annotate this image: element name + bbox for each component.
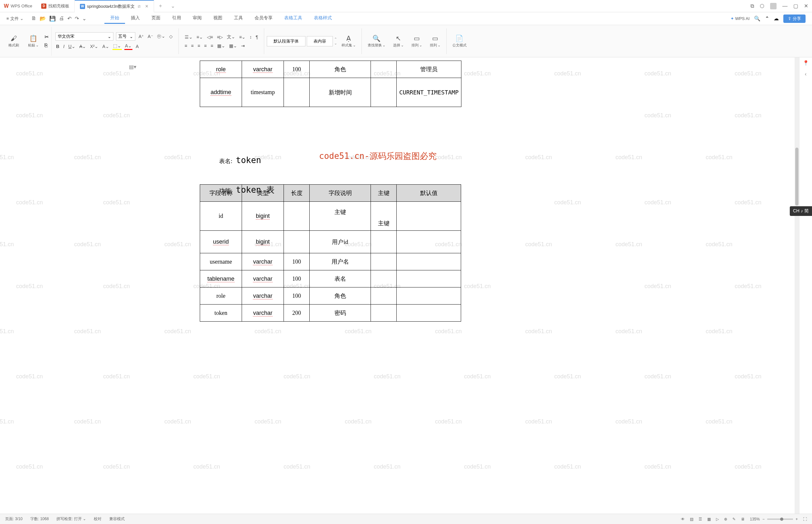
tab-document[interactable]: W springboota4z3n数据库文 ⎚ ✕ — [75, 0, 154, 12]
arrange1-button[interactable]: ▭ 排列⌄ — [408, 34, 425, 48]
bold-icon[interactable]: B — [55, 43, 60, 50]
close-tab-icon[interactable]: ✕ — [145, 4, 149, 9]
share-button[interactable]: ⇪ 分享 — [783, 15, 806, 23]
font-color-icon[interactable]: A⌄ — [101, 43, 110, 50]
clear-format-icon[interactable]: ◇ — [168, 33, 173, 39]
format-painter-button[interactable]: 🖌 格式刷 — [5, 35, 22, 48]
outline-toggle-icon[interactable]: ▤▾ — [129, 64, 136, 70]
table-row[interactable]: role varchar 100 角色 管理员 — [200, 61, 461, 78]
shading-icon[interactable]: ▦⌄ — [217, 43, 226, 49]
style-scroll-up-icon[interactable]: ⌃ — [334, 37, 337, 41]
numbering-icon[interactable]: ≡⌄ — [196, 34, 204, 40]
menu-start[interactable]: 开始 — [104, 13, 125, 24]
status-page[interactable]: 页面: 3/10 — [5, 516, 22, 522]
formula-mode-button[interactable]: 📄 公文模式 — [449, 34, 470, 48]
align-justify-icon[interactable]: ≡ — [203, 43, 207, 49]
cut-icon[interactable]: ✂ — [45, 34, 49, 40]
tab-templates[interactable]: D 找稻壳模板 — [36, 0, 75, 12]
avatar-icon[interactable] — [770, 3, 777, 9]
print-icon[interactable]: 🖨 — [59, 15, 64, 21]
find-replace-button[interactable]: 🔍 查找替换⌄ — [364, 34, 388, 48]
undo-icon[interactable]: ↶ — [67, 15, 71, 21]
paste-button[interactable]: 📋 粘贴⌄ — [25, 34, 42, 48]
highlight-icon[interactable]: ⬚⌄ — [113, 43, 122, 50]
style-paragraph[interactable]: 默认段落字体 — [267, 36, 305, 46]
db-table-2[interactable]: 字段名称 类型 长度 字段说明 主键 默认值 id bigint 主键 主键 u… — [200, 184, 461, 322]
file-menu-button[interactable]: ≡ 文件 ⌄ — [4, 15, 26, 23]
borders-icon[interactable]: ▦⌄ — [229, 43, 238, 49]
text-direction-icon[interactable]: 文⌄ — [226, 33, 236, 40]
para-mark-icon[interactable]: ¶ — [255, 34, 259, 40]
new-tab-button[interactable]: ＋ — [154, 3, 167, 9]
style-set-button[interactable]: Ạ 样式集⌄ — [338, 34, 359, 48]
increase-font-icon[interactable]: A⁺ — [138, 33, 144, 39]
minimize-icon[interactable]: — — [782, 3, 788, 9]
style-table-content[interactable]: 表内容 — [307, 36, 333, 46]
menu-page[interactable]: 页面 — [146, 13, 166, 24]
tab-menu-button[interactable]: ⌄ — [167, 3, 179, 9]
bullets-icon[interactable]: ☰⌄ — [184, 34, 193, 40]
view-read-icon[interactable]: ▷ — [716, 517, 719, 521]
table-row[interactable]: role varchar 100 角色 — [200, 288, 461, 305]
table-row[interactable]: userid bigint 用户id — [200, 231, 461, 253]
align-dist-icon[interactable]: ≡⌄ — [238, 34, 246, 40]
location-pin-icon[interactable]: 📍 — [803, 60, 809, 66]
view-eye-icon[interactable]: 👁 — [681, 517, 685, 521]
redo-icon[interactable]: ↷ — [75, 15, 79, 21]
vertical-scrollbar[interactable] — [795, 58, 799, 514]
zoom-in-icon[interactable]: + — [796, 517, 798, 521]
select-button[interactable]: ↖ 选择⌄ — [390, 34, 407, 48]
align-right-icon[interactable]: ≡ — [197, 43, 201, 49]
cloud-icon[interactable]: ☁ — [774, 15, 779, 21]
style-scroll-down-icon[interactable]: ⌄ — [334, 41, 337, 46]
open-icon[interactable]: 📂 — [40, 15, 46, 21]
arrange2-button[interactable]: ▭ 排列⌄ — [427, 34, 444, 48]
view-edit-icon[interactable]: ✎ — [732, 517, 736, 521]
ime-indicator[interactable]: CH ♪ 简 — [790, 206, 812, 216]
window-list-icon[interactable]: ⧉ — [750, 3, 754, 9]
table-row[interactable]: id bigint 主键 主键 — [200, 202, 461, 231]
menu-table-style[interactable]: 表格样式 — [308, 13, 338, 24]
qat-dropdown-icon[interactable]: ⌄ — [82, 15, 86, 21]
menu-review[interactable]: 审阅 — [187, 13, 208, 24]
menu-tools[interactable]: 工具 — [228, 13, 249, 24]
table-row[interactable]: addtime timestamp 新增时间 CURRENT_TIMESTAMP — [200, 78, 461, 107]
distribute-icon[interactable]: ≡ — [210, 43, 214, 49]
save-icon[interactable]: 💾 — [49, 15, 56, 21]
status-proof[interactable]: 校对 — [94, 516, 101, 522]
copy-icon[interactable]: ⎘ — [45, 43, 49, 48]
wps-ai-button[interactable]: ✦ WPS AI — [730, 16, 750, 21]
view-focus-icon[interactable]: ⊕ — [724, 517, 727, 521]
font-size-select[interactable]: 五号⌄ — [116, 32, 135, 40]
table-row[interactable]: tablename varchar 100 表名 — [200, 271, 461, 288]
align-left-icon[interactable]: ≡ — [184, 43, 188, 49]
italic-icon[interactable]: I — [63, 43, 65, 50]
menu-ref[interactable]: 引用 — [166, 13, 187, 24]
view-outline-icon[interactable]: ☰ — [699, 517, 702, 521]
view-web-icon[interactable]: ▦ — [707, 517, 711, 521]
scrollbar-thumb[interactable] — [795, 148, 798, 206]
menu-table-tools[interactable]: 表格工具 — [278, 13, 308, 24]
tab-icon[interactable]: ⇥ — [241, 43, 246, 49]
font-name-select[interactable]: 华文仿宋⌄ — [55, 32, 113, 40]
fullscreen-icon[interactable]: ⛶ — [803, 517, 807, 521]
menu-insert[interactable]: 插入 — [125, 13, 146, 24]
zoom-control[interactable]: 135% − + — [750, 517, 798, 521]
strike-icon[interactable]: A⌄ — [79, 43, 87, 50]
document-area[interactable]: code51.cn code51.cn code51.cn code51.cn … — [0, 58, 812, 514]
line-spacing-icon[interactable]: ↕ — [249, 34, 252, 40]
underline-icon[interactable]: U⌄ — [68, 43, 76, 50]
table-row[interactable]: token varchar 200 密码 — [200, 305, 461, 322]
text-color-icon[interactable]: A⌄ — [125, 43, 132, 50]
menu-member[interactable]: 会员专享 — [249, 13, 278, 24]
new-doc-icon[interactable]: 🗎 — [31, 15, 36, 21]
zoom-out-icon[interactable]: − — [762, 517, 765, 521]
status-words[interactable]: 字数: 1068 — [30, 516, 49, 522]
collapse-ribbon-icon[interactable]: ⌃ — [765, 15, 769, 21]
indent-icon[interactable]: ≡▷ — [216, 34, 223, 40]
char-shading-icon[interactable]: A — [135, 43, 139, 50]
align-center-icon[interactable]: ≡ — [190, 43, 194, 49]
status-compat[interactable]: 兼容模式 — [109, 516, 125, 522]
menu-view[interactable]: 视图 — [208, 13, 228, 24]
expand-icon[interactable]: ‹ — [805, 71, 807, 77]
